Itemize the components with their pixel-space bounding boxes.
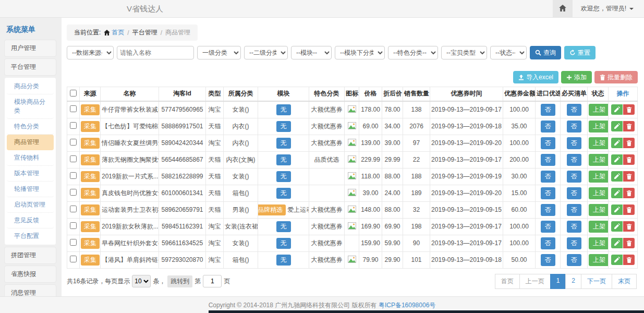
edit-button[interactable] bbox=[611, 171, 623, 182]
page-button-2[interactable]: 2 bbox=[565, 274, 581, 289]
must-buy-toggle[interactable]: 否 bbox=[567, 154, 581, 166]
delete-button[interactable] bbox=[623, 104, 635, 115]
level2-category-select[interactable]: --二级分类-- bbox=[244, 46, 288, 59]
sidebar-item[interactable]: 轮播管理 bbox=[7, 182, 54, 197]
page-button-上一页[interactable]: 上一页 bbox=[519, 274, 551, 289]
delete-button[interactable] bbox=[623, 204, 635, 215]
status-button[interactable]: 上架 bbox=[589, 154, 609, 166]
must-buy-toggle[interactable]: 否 bbox=[567, 104, 581, 116]
user-menu[interactable]: 欢迎您，管理员! bbox=[573, 4, 644, 13]
status-button[interactable]: 上架 bbox=[589, 237, 609, 249]
breadcrumb-home-link[interactable]: 首页 bbox=[104, 28, 124, 37]
item-type-select[interactable]: --宝贝类型-- bbox=[441, 46, 487, 59]
delete-button[interactable] bbox=[623, 221, 635, 232]
query-button[interactable]: 查询 bbox=[530, 46, 561, 59]
must-buy-toggle[interactable]: 否 bbox=[567, 171, 581, 183]
sidebar-item[interactable]: 特色分类 bbox=[7, 119, 54, 135]
status-button[interactable]: 上架 bbox=[589, 187, 609, 199]
sidebar-item[interactable]: 意见反馈 bbox=[7, 213, 54, 228]
delete-button[interactable] bbox=[623, 138, 635, 148]
sidebar-item[interactable]: 模块商品分类 bbox=[7, 94, 54, 119]
delete-button[interactable] bbox=[623, 188, 635, 198]
import-select-toggle[interactable]: 否 bbox=[541, 254, 555, 266]
sidebar-item-active[interactable]: 商品管理 bbox=[7, 135, 54, 150]
status-button[interactable]: 上架 bbox=[589, 104, 609, 116]
sidebar-group-item[interactable]: 平台管理 bbox=[4, 58, 56, 76]
import-select-toggle[interactable]: 否 bbox=[541, 121, 555, 133]
sidebar-group-item[interactable]: 省惠快报 bbox=[4, 266, 56, 283]
delete-button[interactable] bbox=[623, 121, 635, 131]
row-checkbox[interactable] bbox=[70, 222, 77, 229]
sidebar-item[interactable]: 商品分类 bbox=[7, 79, 54, 94]
row-checkbox[interactable] bbox=[70, 172, 77, 179]
row-checkbox[interactable] bbox=[70, 122, 77, 129]
module-subcategory-select[interactable]: --模块下分类-- bbox=[335, 46, 385, 59]
sidebar-group-item[interactable]: 消息管理 bbox=[4, 284, 56, 296]
module-select[interactable]: --模块-- bbox=[291, 46, 332, 59]
icp-link[interactable]: 粤ICP备16098006号 bbox=[379, 302, 435, 309]
edit-button[interactable] bbox=[611, 154, 623, 165]
status-button[interactable]: 上架 bbox=[589, 221, 609, 233]
import-select-toggle[interactable]: 否 bbox=[541, 221, 555, 233]
add-button[interactable]: 添加 bbox=[561, 71, 592, 83]
select-all-checkbox[interactable] bbox=[70, 90, 77, 97]
status-button[interactable]: 上架 bbox=[589, 204, 609, 216]
row-checkbox[interactable] bbox=[70, 239, 77, 246]
row-checkbox[interactable] bbox=[70, 105, 77, 112]
edit-button[interactable] bbox=[611, 104, 623, 115]
page-button-首页[interactable]: 首页 bbox=[495, 274, 520, 289]
edit-button[interactable] bbox=[611, 238, 623, 248]
reset-button[interactable]: 重置 bbox=[564, 46, 596, 59]
page-button-1[interactable]: 1 bbox=[550, 274, 566, 289]
edit-button[interactable] bbox=[611, 188, 623, 198]
status-select[interactable]: --状态-- bbox=[490, 46, 527, 59]
batch-delete-button[interactable]: 批量删除 bbox=[594, 71, 638, 83]
must-buy-toggle[interactable]: 否 bbox=[567, 187, 581, 199]
edit-button[interactable] bbox=[611, 255, 623, 265]
jump-to-button[interactable]: 跳转到 bbox=[167, 275, 192, 287]
row-checkbox[interactable] bbox=[70, 256, 77, 262]
sidebar-item[interactable]: 版本管理 bbox=[7, 166, 54, 182]
home-button[interactable] bbox=[553, 0, 573, 17]
delete-button[interactable] bbox=[623, 255, 635, 265]
sidebar-group-item[interactable]: 用户管理 bbox=[4, 40, 56, 57]
delete-button[interactable] bbox=[623, 171, 635, 182]
must-buy-toggle[interactable]: 否 bbox=[567, 121, 581, 133]
row-checkbox[interactable] bbox=[70, 189, 77, 196]
import-select-toggle[interactable]: 否 bbox=[541, 104, 555, 116]
must-buy-toggle[interactable]: 否 bbox=[567, 254, 581, 266]
status-button[interactable]: 上架 bbox=[589, 121, 609, 133]
import-select-toggle[interactable]: 否 bbox=[541, 171, 555, 183]
import-select-toggle[interactable]: 否 bbox=[541, 237, 555, 249]
status-button[interactable]: 上架 bbox=[589, 254, 609, 266]
page-button-下一页[interactable]: 下一页 bbox=[581, 274, 612, 289]
page-button-末页[interactable]: 末页 bbox=[612, 274, 637, 289]
edit-button[interactable] bbox=[611, 138, 623, 148]
must-buy-toggle[interactable]: 否 bbox=[567, 204, 581, 216]
import-excel-button[interactable]: 导入excel bbox=[513, 71, 558, 83]
edit-button[interactable] bbox=[611, 204, 623, 215]
import-select-toggle[interactable]: 否 bbox=[541, 187, 555, 199]
import-select-toggle[interactable]: 否 bbox=[541, 137, 555, 149]
delete-button[interactable] bbox=[623, 154, 635, 165]
row-checkbox[interactable] bbox=[70, 206, 77, 212]
edit-button[interactable] bbox=[611, 221, 623, 232]
import-select-toggle[interactable]: 否 bbox=[541, 154, 555, 166]
must-buy-toggle[interactable]: 否 bbox=[567, 221, 581, 233]
sidebar-item[interactable]: 启动页管理 bbox=[7, 197, 54, 213]
sidebar-item[interactable]: 宣传物料 bbox=[7, 150, 54, 166]
name-input[interactable] bbox=[117, 46, 194, 59]
sidebar-item[interactable]: 平台配置 bbox=[7, 228, 54, 244]
delete-button[interactable] bbox=[623, 238, 635, 248]
import-select-toggle[interactable]: 否 bbox=[541, 204, 555, 216]
edit-button[interactable] bbox=[611, 121, 623, 131]
feature-category-select[interactable]: --特色分类-- bbox=[388, 46, 438, 59]
must-buy-toggle[interactable]: 否 bbox=[567, 137, 581, 149]
status-button[interactable]: 上架 bbox=[589, 137, 609, 149]
per-page-select[interactable]: 10 bbox=[132, 275, 151, 287]
page-number-input[interactable] bbox=[203, 275, 222, 287]
must-buy-toggle[interactable]: 否 bbox=[567, 237, 581, 249]
status-button[interactable]: 上架 bbox=[589, 171, 609, 183]
sidebar-group-item[interactable]: 拼团管理 bbox=[4, 247, 56, 264]
row-checkbox[interactable] bbox=[70, 155, 77, 162]
